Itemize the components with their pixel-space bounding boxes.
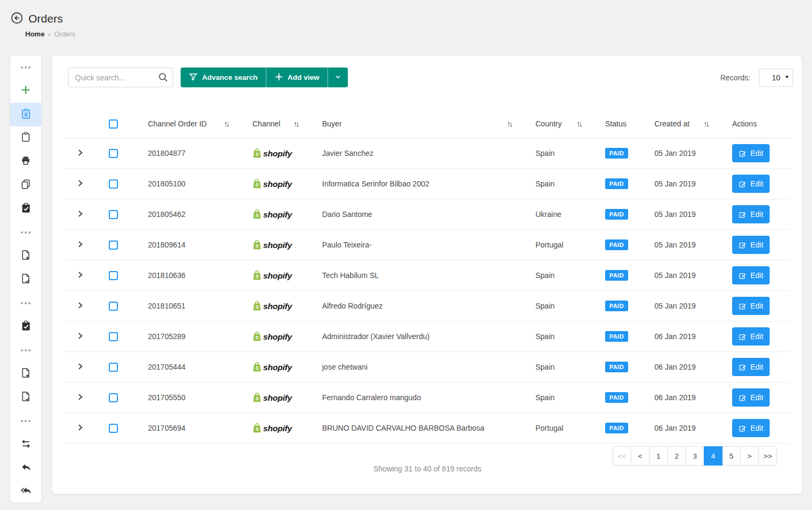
sort-icon[interactable] — [577, 119, 584, 128]
back-button[interactable] — [11, 12, 23, 26]
edit-button[interactable]: Edit — [732, 327, 770, 346]
search-icon[interactable] — [158, 72, 168, 85]
page-button-page-2[interactable]: 2 — [667, 446, 686, 466]
order-id-cell: 201705289 — [130, 332, 235, 341]
buyer-cell: Informatica Serinfor Bilbao 2002 — [304, 179, 518, 188]
page-button-prev[interactable]: < — [631, 446, 650, 466]
expand-row-button[interactable] — [75, 238, 86, 252]
svg-text:S: S — [255, 365, 259, 371]
expand-row-button[interactable] — [75, 269, 86, 282]
page-button-page-4[interactable]: 4 — [704, 446, 722, 466]
sidebar-item-18-reply-all[interactable] — [10, 480, 41, 503]
page-button-page-5[interactable]: 5 — [722, 446, 741, 466]
buyer-cell: Fernando Carralero mangudo — [304, 393, 518, 402]
sidebar-item-0-ellipsis[interactable] — [10, 56, 41, 79]
sidebar-item-11-clipboard-check[interactable] — [10, 315, 41, 339]
country-cell: Spain — [518, 332, 587, 341]
row-checkbox[interactable] — [109, 424, 118, 433]
row-checkbox[interactable] — [109, 332, 118, 341]
sidebar-item-14-file-check[interactable] — [10, 386, 41, 409]
column-header-channel-order-id[interactable]: Channel Order ID — [148, 119, 207, 128]
page-button-page-3[interactable]: 3 — [686, 446, 704, 466]
expand-row-button[interactable] — [75, 299, 86, 313]
sidebar-item-10-ellipsis[interactable] — [10, 291, 41, 315]
sidebar-item-17-reply[interactable] — [10, 456, 41, 480]
edit-button[interactable]: Edit — [732, 144, 770, 162]
sidebar-item-5-copy[interactable] — [10, 174, 41, 197]
country-cell: Spain — [518, 302, 587, 310]
column-header-created-at[interactable]: Created at — [654, 119, 689, 128]
edit-button[interactable]: Edit — [732, 236, 770, 254]
add-view-button[interactable]: Add view — [266, 68, 327, 87]
expand-row-button[interactable] — [75, 391, 86, 404]
shopify-logo: Sshopify — [252, 148, 292, 159]
records-select[interactable]: 10 ▾ — [759, 69, 793, 87]
edit-button[interactable]: Edit — [732, 266, 770, 284]
shopify-bag-icon: S — [252, 423, 262, 433]
sidebar-item-6-clipboard-check[interactable] — [10, 197, 41, 221]
buyer-cell: Administrador (Xavier Vallverdu) — [304, 332, 518, 341]
page-button-first[interactable]: << — [613, 446, 631, 466]
column-header-buyer[interactable]: Buyer — [322, 119, 342, 128]
sidebar-item-16-transfer[interactable] — [10, 433, 41, 456]
sort-icon[interactable] — [294, 119, 301, 128]
table-header-row: Channel Order ID Channel Buyer Country S… — [65, 110, 790, 138]
sidebar-item-12-ellipsis[interactable] — [10, 339, 41, 362]
reply-all-icon — [20, 485, 32, 499]
expand-row-button[interactable] — [75, 208, 86, 221]
row-checkbox[interactable] — [109, 363, 118, 372]
edit-button[interactable]: Edit — [732, 419, 770, 437]
breadcrumb-home-link[interactable]: Home — [25, 30, 44, 38]
add-view-dropdown-button[interactable] — [327, 68, 348, 87]
edit-button[interactable]: Edit — [732, 388, 770, 407]
edit-icon — [739, 394, 747, 402]
select-all-checkbox[interactable] — [109, 119, 118, 129]
edit-button[interactable]: Edit — [732, 358, 770, 376]
country-cell: Spain — [518, 393, 587, 402]
sidebar-item-3-clipboard[interactable] — [10, 126, 41, 150]
row-checkbox[interactable] — [109, 149, 118, 158]
row-checkbox[interactable] — [109, 271, 118, 280]
edit-icon — [739, 180, 747, 188]
sidebar-item-9-file-check[interactable] — [10, 268, 41, 291]
expand-row-button[interactable] — [75, 147, 86, 160]
sidebar-item-4-printer[interactable] — [10, 150, 41, 174]
page-button-next[interactable]: > — [740, 446, 759, 466]
row-checkbox[interactable] — [109, 241, 118, 250]
expand-row-button[interactable] — [75, 361, 86, 374]
sidebar-item-15-ellipsis[interactable] — [10, 409, 41, 433]
edit-button[interactable]: Edit — [732, 205, 770, 223]
edit-button[interactable]: Edit — [732, 297, 770, 315]
sidebar-item-7-ellipsis[interactable] — [10, 221, 41, 244]
page-button-page-1[interactable]: 1 — [649, 446, 668, 466]
order-id-cell: 201809614 — [130, 241, 235, 249]
sort-icon[interactable] — [704, 119, 711, 128]
sort-icon[interactable] — [224, 119, 231, 128]
expand-row-button[interactable] — [75, 330, 86, 343]
svg-text:S: S — [255, 243, 259, 249]
row-checkbox[interactable] — [109, 393, 118, 402]
sidebar-item-2-clipboard-list[interactable] — [10, 103, 41, 126]
page-button-last[interactable]: >> — [758, 446, 777, 466]
country-cell: Spain — [518, 149, 587, 158]
advance-search-button[interactable]: Advance search — [181, 68, 266, 87]
edit-icon — [739, 241, 747, 249]
printer-icon — [20, 155, 31, 168]
sort-icon[interactable] — [507, 119, 514, 128]
shopify-logo: Sshopify — [252, 301, 292, 311]
row-checkbox[interactable] — [109, 302, 118, 311]
pagination: <<<12345>>> — [613, 446, 777, 466]
expand-row-button[interactable] — [75, 177, 86, 191]
edit-button[interactable]: Edit — [732, 175, 770, 193]
chevron-right-icon — [77, 149, 84, 158]
column-header-channel[interactable]: Channel — [252, 119, 280, 128]
expand-row-button[interactable] — [75, 422, 86, 435]
row-checkbox[interactable] — [109, 179, 118, 189]
column-header-status: Status — [605, 119, 627, 128]
row-checkbox[interactable] — [109, 210, 118, 219]
sidebar-item-13-file-plus[interactable] — [10, 362, 41, 386]
sidebar-item-8-file-plus[interactable] — [10, 244, 41, 268]
column-header-country[interactable]: Country — [535, 119, 562, 128]
shopify-logo: Sshopify — [252, 392, 292, 403]
sidebar-item-1-plus[interactable] — [10, 79, 41, 103]
